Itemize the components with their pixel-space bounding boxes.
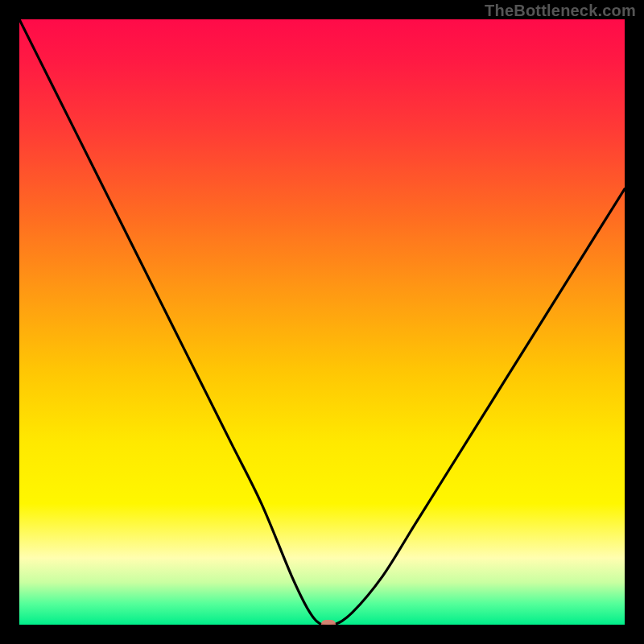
curve-path: [19, 19, 625, 625]
plot-area: [19, 19, 625, 625]
bottleneck-curve: [19, 19, 625, 625]
chart-frame: TheBottleneck.com: [0, 0, 644, 644]
watermark-text: TheBottleneck.com: [485, 2, 636, 20]
optimal-marker: [321, 620, 336, 625]
